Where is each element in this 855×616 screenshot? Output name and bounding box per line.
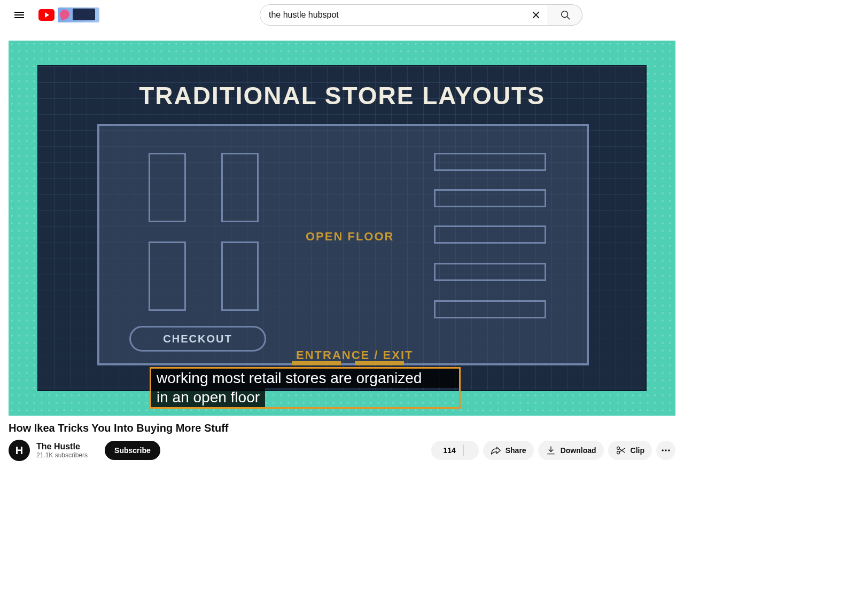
like-count: 114 <box>443 446 455 455</box>
share-label: Share <box>506 446 526 455</box>
svg-point-4 <box>662 449 664 451</box>
dislike-button[interactable] <box>464 441 479 460</box>
share-button[interactable]: Share <box>483 441 534 460</box>
download-label: Download <box>561 446 596 455</box>
channel-block: H The Hustle 21.1K subscribers Subscribe <box>9 440 160 461</box>
youtube-doodle-icon <box>58 7 99 22</box>
search-container <box>260 4 582 26</box>
layout-shelf <box>434 225 546 244</box>
caption-line: in an open floor <box>151 388 265 407</box>
caption-overlay: working most retail stores are organized… <box>150 367 461 409</box>
subscriber-count: 21.1K subscribers <box>36 451 88 459</box>
layout-shelf <box>434 153 546 171</box>
more-actions-button[interactable] <box>656 441 675 460</box>
like-dislike-group: 114 <box>431 441 478 460</box>
channel-avatar[interactable]: H <box>9 440 30 461</box>
svg-point-6 <box>668 449 670 451</box>
blueprint-title: TRADITIONAL STORE LAYOUTS <box>38 81 646 110</box>
youtube-play-icon <box>38 9 55 21</box>
open-floor-label: OPEN FLOOR <box>306 230 394 244</box>
channel-name[interactable]: The Hustle <box>36 441 88 451</box>
checkout-label: CHECKOUT <box>129 326 266 352</box>
layout-block <box>149 241 186 311</box>
download-button[interactable]: Download <box>538 441 604 460</box>
channel-text: The Hustle 21.1K subscribers <box>36 441 88 459</box>
hamburger-icon <box>13 9 26 21</box>
caption-line: working most retail stores are organized <box>151 369 459 388</box>
search-button[interactable] <box>548 4 582 26</box>
layout-shelf <box>434 263 546 281</box>
subscribe-button[interactable]: Subscribe <box>105 441 160 460</box>
more-horizontal-icon <box>660 445 671 456</box>
layout-block <box>221 153 259 222</box>
entrance-label: ENTRANCE / EXIT <box>296 348 413 362</box>
scissors-icon <box>616 445 626 456</box>
clip-label: Clip <box>631 446 644 455</box>
search-box <box>260 4 548 26</box>
video-frame-content: TRADITIONAL STORE LAYOUTS OPEN FLOOR CHE… <box>37 65 647 391</box>
video-title: How Ikea Tricks You Into Buying More Stu… <box>9 422 675 434</box>
menu-button[interactable] <box>9 4 30 26</box>
search-icon <box>559 9 571 21</box>
svg-point-5 <box>665 449 666 451</box>
clip-button[interactable]: Clip <box>608 441 652 460</box>
share-icon <box>491 445 501 456</box>
door-marker <box>355 361 404 365</box>
layout-block <box>221 241 259 311</box>
door-marker <box>292 361 341 365</box>
layout-shelf <box>434 189 546 207</box>
video-player[interactable]: TRADITIONAL STORE LAYOUTS OPEN FLOOR CHE… <box>9 41 675 416</box>
layout-block <box>149 153 186 222</box>
video-info: How Ikea Tricks You Into Buying More Stu… <box>0 416 684 467</box>
layout-shelf <box>434 300 546 318</box>
clear-search-button[interactable] <box>526 5 546 25</box>
action-row: 114 Share Download Clip <box>431 441 675 460</box>
header <box>0 0 684 30</box>
close-icon <box>530 9 542 21</box>
video-meta-row: H The Hustle 21.1K subscribers Subscribe… <box>9 440 675 461</box>
like-button[interactable]: 114 <box>431 441 463 460</box>
svg-point-0 <box>561 11 568 18</box>
floorplan: OPEN FLOOR CHECKOUT ENTRANCE / EXIT <box>97 124 589 365</box>
search-input[interactable] <box>269 10 526 20</box>
download-icon <box>546 445 556 456</box>
svg-line-1 <box>567 17 570 19</box>
youtube-logo[interactable] <box>38 7 99 22</box>
